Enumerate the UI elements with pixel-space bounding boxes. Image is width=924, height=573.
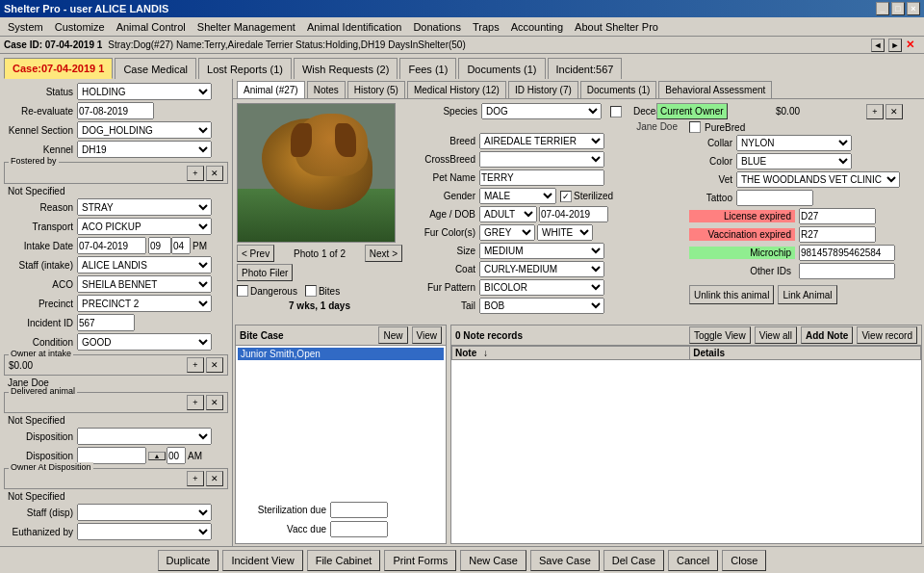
menu-accounting[interactable]: Accounting: [505, 19, 569, 35]
fur-color2-select[interactable]: WHITE: [537, 224, 593, 241]
delivered-animal-add-button[interactable]: +: [187, 395, 204, 410]
owner-intake-remove-button[interactable]: ✕: [206, 357, 223, 373]
tab-id-history[interactable]: ID History (7): [508, 81, 578, 98]
disposition-date-spin-up[interactable]: ▲: [148, 452, 166, 460]
purebreed-checkbox[interactable]: [689, 121, 701, 133]
view-all-button[interactable]: View all: [755, 326, 797, 344]
close-button[interactable]: Close: [722, 550, 766, 571]
delivered-animal-remove-button[interactable]: ✕: [206, 395, 223, 410]
fostered-by-add-button[interactable]: +: [187, 166, 204, 181]
tab-notes[interactable]: Notes: [307, 81, 346, 98]
bite-case-item[interactable]: Junior Smith,Open: [238, 348, 444, 360]
menu-donations[interactable]: Donations: [407, 19, 467, 35]
tattoo-input[interactable]: [736, 190, 813, 206]
license-input[interactable]: [799, 208, 876, 224]
menu-animal-control[interactable]: Animal Control: [111, 19, 192, 35]
tab-case-medical[interactable]: Case Medical: [115, 58, 196, 79]
vaccination-input[interactable]: [799, 226, 876, 243]
fur-pattern-select[interactable]: BICOLOR: [479, 279, 604, 296]
dangerous-checkbox[interactable]: [237, 285, 248, 297]
view-record-button[interactable]: View record: [857, 326, 917, 344]
menu-traps[interactable]: Traps: [467, 19, 505, 35]
tab-animal-documents[interactable]: Documents (1): [580, 81, 657, 98]
intake-min-input[interactable]: [171, 237, 191, 254]
toggle-view-button[interactable]: Toggle View: [689, 326, 751, 344]
tab-animal[interactable]: Animal (#27): [237, 81, 305, 98]
incident-view-button[interactable]: Incident View: [222, 550, 302, 571]
age-dob-select[interactable]: ADULT: [479, 206, 537, 222]
link-animal-button[interactable]: Link Animal: [778, 285, 836, 304]
collar-select[interactable]: NYLON: [736, 135, 852, 151]
dob-input[interactable]: [539, 206, 608, 222]
transport-select[interactable]: ACO PICKUP: [77, 218, 212, 235]
staff-disp-select[interactable]: [77, 504, 212, 521]
intake-date-input[interactable]: [77, 237, 146, 254]
menu-about[interactable]: About Shelter Pro: [569, 19, 664, 35]
save-case-button[interactable]: Save Case: [530, 550, 600, 571]
bite-case-new-button[interactable]: New: [378, 326, 407, 344]
incident-id-input[interactable]: [77, 314, 135, 331]
tail-select[interactable]: BOB: [479, 298, 604, 314]
prev-photo-button[interactable]: < Prev: [237, 245, 274, 262]
reason-select[interactable]: STRAY: [77, 198, 212, 216]
intake-hour-input[interactable]: [148, 237, 171, 254]
tab-lost-reports[interactable]: Lost Reports (1): [198, 58, 292, 79]
condition-select[interactable]: GOOD: [77, 333, 212, 351]
current-owner-button[interactable]: Current Owner: [656, 103, 728, 119]
other-ids-input[interactable]: [799, 263, 895, 279]
photo-filer-button[interactable]: Photo Filer: [237, 264, 293, 281]
re-evaluate-input[interactable]: [77, 102, 154, 119]
nav-next-button[interactable]: ►: [888, 39, 902, 52]
bites-checkbox[interactable]: [305, 285, 317, 297]
del-case-button[interactable]: Del Case: [603, 550, 664, 571]
menu-system[interactable]: System: [2, 19, 49, 35]
nav-prev-button[interactable]: ◄: [871, 39, 885, 52]
coat-select[interactable]: CURLY-MEDIUM: [479, 261, 604, 277]
species-select[interactable]: DOG: [481, 103, 602, 119]
current-owner-add-button[interactable]: +: [866, 104, 884, 119]
fostered-by-remove-button[interactable]: ✕: [206, 166, 223, 181]
menu-shelter-management[interactable]: Shelter Management: [192, 19, 301, 35]
add-note-button[interactable]: Add Note: [801, 326, 853, 344]
owner-disp-remove-button[interactable]: ✕: [206, 471, 223, 486]
fur-color1-select[interactable]: GREY: [479, 224, 535, 241]
cancel-button[interactable]: Cancel: [668, 550, 718, 571]
unlink-animal-button[interactable]: Unlink this animal: [689, 285, 774, 304]
euthanized-select[interactable]: [77, 523, 212, 540]
disposition-select[interactable]: [77, 428, 212, 445]
kennel-select[interactable]: DH19: [77, 141, 212, 158]
precinct-select[interactable]: PRECINCT 2: [77, 295, 212, 312]
sterilized-checkbox[interactable]: [560, 191, 572, 202]
tab-medical-history[interactable]: Medical History (12): [407, 81, 506, 98]
duplicate-button[interactable]: Duplicate: [158, 550, 219, 571]
tab-case-main[interactable]: Case:07-04-2019 1: [4, 58, 113, 79]
new-case-button[interactable]: New Case: [460, 550, 526, 571]
sterilization-due-input[interactable]: [330, 502, 388, 518]
gender-select[interactable]: MALE: [479, 188, 556, 204]
minimize-button[interactable]: _: [876, 2, 889, 15]
menu-customize[interactable]: Customize: [49, 19, 111, 35]
status-select[interactable]: HOLDING: [77, 83, 212, 100]
crossbreed-select[interactable]: [479, 151, 604, 168]
file-cabinet-button[interactable]: File Cabinet: [307, 550, 381, 571]
aco-select[interactable]: SHEILA BENNET: [77, 275, 212, 293]
tab-fees[interactable]: Fees (1): [399, 58, 456, 79]
staff-intake-select[interactable]: ALICE LANDIS: [77, 256, 212, 273]
size-select[interactable]: MEDIUM: [479, 243, 604, 259]
microchip-input[interactable]: [799, 245, 895, 261]
close-button[interactable]: ×: [907, 2, 920, 15]
kennel-section-select[interactable]: DOG_HOLDING: [77, 121, 212, 139]
vet-select[interactable]: THE WOODLANDS VET CLINIC: [736, 171, 900, 188]
maximize-button[interactable]: □: [891, 2, 905, 15]
vacc-due-input[interactable]: [330, 521, 388, 537]
disposition-hour-input[interactable]: [167, 447, 186, 464]
tab-incident[interactable]: Incident:567: [548, 58, 623, 79]
bite-case-view-button[interactable]: View: [412, 326, 443, 344]
tab-behavioral[interactable]: Behavioral Assessment: [658, 81, 772, 98]
menu-animal-identification[interactable]: Animal Identification: [301, 19, 407, 35]
print-forms-button[interactable]: Print Forms: [384, 550, 456, 571]
tab-documents[interactable]: Documents (1): [458, 58, 545, 79]
next-photo-button[interactable]: Next >: [365, 245, 402, 262]
current-owner-remove-button[interactable]: ✕: [886, 104, 903, 119]
breed-select[interactable]: AIREDALE TERRIER: [479, 133, 604, 149]
